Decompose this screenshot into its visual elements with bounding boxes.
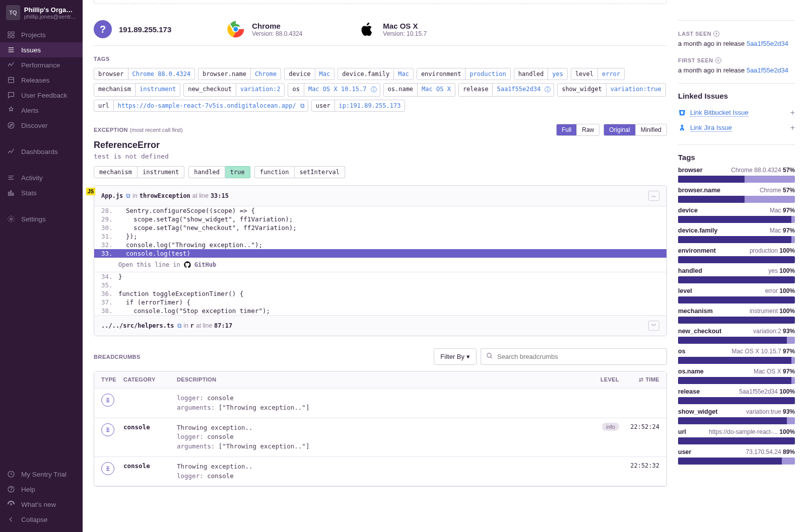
raw-button[interactable]: Raw bbox=[577, 124, 599, 135]
tag-browser-name[interactable]: browser.nameChrome bbox=[198, 68, 281, 80]
tag-handled[interactable]: handledyes bbox=[514, 68, 568, 80]
sidebar-item-what's-new[interactable]: What's new bbox=[0, 497, 83, 512]
trial-icon bbox=[7, 470, 15, 478]
org-switcher[interactable]: TQ Phillip's Organiz... phillip.jones@se… bbox=[0, 0, 83, 25]
plus-icon[interactable]: + bbox=[790, 108, 795, 117]
sidebar-item-settings[interactable]: Settings bbox=[0, 211, 83, 226]
tag-dist-url[interactable]: urlhttps://do-sample-react-... 100% bbox=[678, 428, 795, 444]
exception-pill-function[interactable]: functionsetInterval bbox=[254, 166, 345, 178]
minified-button[interactable]: Minified bbox=[636, 124, 666, 135]
external-link-icon[interactable]: ⧉ bbox=[300, 100, 308, 111]
release-link[interactable]: 5aa1f55e2d34 bbox=[747, 40, 788, 47]
sidebar: TQ Phillip's Organiz... phillip.jones@se… bbox=[0, 0, 83, 532]
exception-pill-handled[interactable]: handledtrue bbox=[188, 166, 250, 178]
tag-dist-os-name[interactable]: os.nameMac OS X 97% bbox=[678, 368, 795, 384]
tag-url[interactable]: urlhttps://do-sample-react-7v5is.ondigit… bbox=[94, 100, 308, 112]
context-browser[interactable]: Chrome Version: 88.0.4324 bbox=[227, 20, 302, 38]
tag-dist-device-family[interactable]: device.familyMac 97% bbox=[678, 227, 795, 243]
tag-device[interactable]: deviceMac bbox=[284, 68, 334, 80]
external-link-icon[interactable]: ⧉ bbox=[177, 322, 182, 329]
exception-name: ReferenceError bbox=[94, 140, 667, 150]
perf-icon bbox=[7, 61, 15, 69]
info-icon[interactable]: ⓘ bbox=[545, 84, 554, 96]
tag-release[interactable]: release5aa1f55e2d34ⓘ bbox=[458, 83, 554, 97]
svg-marker-10 bbox=[10, 124, 12, 126]
context-ip[interactable]: ? 191.89.255.173 bbox=[94, 20, 171, 38]
stats-icon bbox=[7, 189, 15, 197]
breadcrumb-row[interactable]: consoleThrowing exception..logger: conso… bbox=[94, 457, 666, 487]
stack-frame-header[interactable]: App.js ⧉ in throwException at line 33:15… bbox=[94, 186, 666, 206]
breadcrumbs-table: TYPE CATEGORY DESCRIPTION LEVEL ⇄TIME lo… bbox=[94, 371, 667, 487]
svg-point-20 bbox=[11, 491, 12, 491]
tag-dist-mechanism[interactable]: mechanisminstrument 100% bbox=[678, 308, 795, 324]
tag-dist-release[interactable]: release5aa1f55e2d34 100% bbox=[678, 388, 795, 404]
tag-browser[interactable]: browserChrome 88.0.4324 bbox=[94, 68, 195, 80]
svg-point-17 bbox=[10, 218, 12, 220]
sidebar-item-stats[interactable]: Stats bbox=[0, 185, 83, 200]
breadcrumb-search[interactable] bbox=[481, 348, 667, 365]
svg-point-9 bbox=[8, 122, 14, 128]
plus-icon[interactable]: + bbox=[790, 123, 795, 132]
tag-dist-new_checkout[interactable]: new_checkoutvariation:2 93% bbox=[678, 328, 795, 344]
sidebar-item-projects[interactable]: Projects bbox=[0, 27, 83, 42]
tag-os-name[interactable]: os.nameMac OS X bbox=[383, 83, 455, 97]
breadcrumb-search-input[interactable] bbox=[497, 353, 661, 360]
tag-dist-environment[interactable]: environmentproduction 100% bbox=[678, 247, 795, 263]
full-button[interactable]: Full bbox=[557, 124, 577, 135]
tag-dist-user[interactable]: user73.170.54.24 89% bbox=[678, 448, 795, 465]
debug-icon bbox=[101, 462, 114, 475]
release-link[interactable]: 5aa1f55e2d34 bbox=[747, 66, 788, 74]
tags-container: browserChrome 88.0.4324browser.nameChrom… bbox=[94, 68, 667, 112]
tag-new_checkout[interactable]: new_checkoutvariation:2 bbox=[183, 83, 285, 97]
stack-frame-header-2[interactable]: ../../src/helpers.ts ⧉ in r at line 87:1… bbox=[94, 315, 666, 336]
filter-by-button[interactable]: Filter By▾ bbox=[434, 348, 477, 365]
discover-icon bbox=[7, 121, 15, 129]
sidebar-item-performance[interactable]: Performance bbox=[0, 57, 83, 72]
tag-environment[interactable]: environmentproduction bbox=[417, 68, 511, 80]
tag-user[interactable]: userip:191.89.255.173 bbox=[311, 100, 406, 112]
collapse-icon[interactable]: ︿ bbox=[648, 191, 659, 201]
sidebar-item-user-feedback[interactable]: User Feedback bbox=[0, 88, 83, 103]
table-header: TYPE CATEGORY DESCRIPTION LEVEL ⇄TIME bbox=[94, 371, 666, 389]
expand-icon[interactable]: ﹀ bbox=[648, 321, 659, 331]
tag-level[interactable]: levelerror bbox=[571, 68, 625, 80]
exception-pill-mechanism[interactable]: mechanisminstrument bbox=[94, 166, 184, 178]
tag-dist-handled[interactable]: handledyes 100% bbox=[678, 267, 795, 283]
svg-rect-14 bbox=[9, 192, 10, 196]
info-icon[interactable]: ⓘ bbox=[371, 84, 380, 96]
context-os[interactable]: Mac OS X Version: 10.15.7 bbox=[358, 20, 427, 38]
external-link-icon[interactable]: ⧉ bbox=[126, 192, 130, 199]
svg-rect-16 bbox=[13, 193, 14, 196]
tag-dist-browser-name[interactable]: browser.nameChrome 57% bbox=[678, 187, 795, 203]
sidebar-item-discover[interactable]: Discover bbox=[0, 118, 83, 133]
sidebar-item-help[interactable]: Help bbox=[0, 482, 83, 497]
sidebar-item-collapse[interactable]: Collapse bbox=[0, 512, 83, 527]
bitbucket-icon bbox=[678, 109, 686, 117]
swap-icon[interactable]: ⇄ bbox=[639, 376, 643, 383]
sidebar-item-activity[interactable]: Activity bbox=[0, 170, 83, 185]
sidebar-item-dashboards[interactable]: Dashboards bbox=[0, 144, 83, 159]
whatsnew-icon bbox=[7, 500, 15, 508]
tag-show_widget[interactable]: show_widgetvariation:true bbox=[557, 83, 666, 97]
original-button[interactable]: Original bbox=[604, 124, 635, 135]
tag-mechanism[interactable]: mechanisminstrument bbox=[94, 83, 180, 97]
tag-dist-level[interactable]: levelerror 100% bbox=[678, 287, 795, 303]
tag-device-family[interactable]: device.familyMac bbox=[338, 68, 414, 80]
code-line: 31. }); bbox=[94, 232, 666, 241]
tag-dist-os[interactable]: osMac OS X 10.15.7 97% bbox=[678, 348, 795, 364]
tag-os[interactable]: osMac OS X 10.15.7ⓘ bbox=[288, 83, 380, 97]
tag-dist-browser[interactable]: browserChrome 88.0.4324 57% bbox=[678, 167, 795, 183]
sidebar-item-alerts[interactable]: Alerts bbox=[0, 103, 83, 118]
debug-icon bbox=[101, 423, 114, 436]
help-icon[interactable]: ? bbox=[713, 31, 719, 37]
chrome-icon bbox=[227, 20, 245, 38]
tag-dist-show_widget[interactable]: show_widgetvariation:true 93% bbox=[678, 408, 795, 424]
sidebar-item-my-sentry-trial[interactable]: My Sentry Trial bbox=[0, 467, 83, 482]
breadcrumb-row[interactable]: consoleThrowing exception..logger: conso… bbox=[94, 418, 666, 457]
tag-dist-device[interactable]: deviceMac 97% bbox=[678, 207, 795, 223]
sidebar-item-releases[interactable]: Releases bbox=[0, 72, 83, 88]
open-in-github[interactable]: Open this line in GitHub bbox=[94, 258, 666, 272]
sidebar-item-issues[interactable]: Issues bbox=[0, 42, 83, 57]
breadcrumb-row[interactable]: logger: consolearguments: ["Throwing exc… bbox=[94, 389, 666, 418]
help-icon[interactable]: ? bbox=[715, 57, 721, 63]
